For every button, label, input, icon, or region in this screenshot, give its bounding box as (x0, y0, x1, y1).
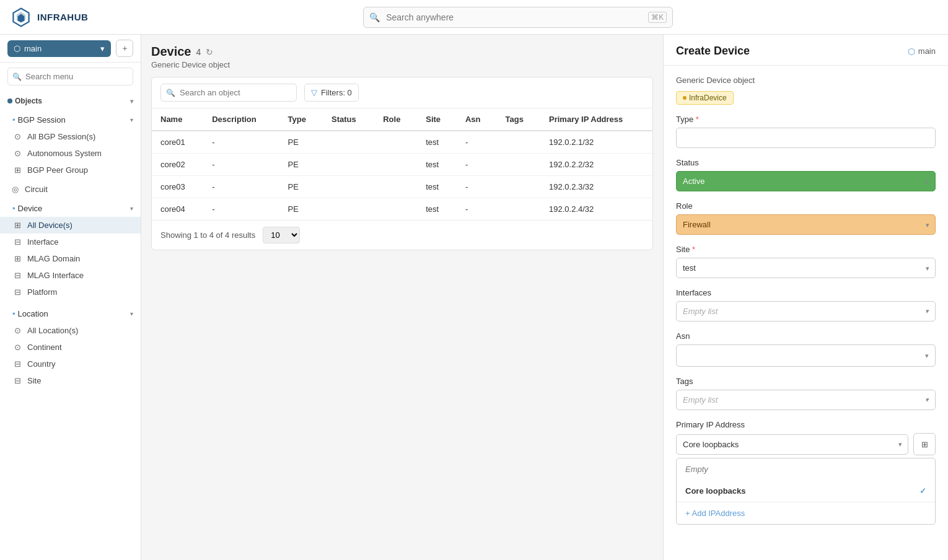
col-primary-ip: Primary IP Address (540, 108, 652, 131)
table-cell: test (417, 176, 457, 198)
all-devices-label: All Device(s) (27, 221, 72, 230)
sidebar-item-mlag-interface[interactable]: ⊟ MLAG Interface (0, 267, 141, 284)
autonomous-system-label: Autonomous System (27, 149, 102, 158)
grid-icon: ⊞ (921, 440, 928, 449)
sidebar-item-site[interactable]: ⊟ Site (0, 372, 141, 389)
table-cell: core04 (152, 198, 203, 221)
location-header[interactable]: •Location ▾ (0, 305, 141, 322)
mlag-domain-label: MLAG Domain (27, 254, 80, 263)
table-search-input[interactable] (160, 84, 297, 102)
col-type: Type (279, 108, 323, 131)
sidebar-add-button[interactable]: ＋ (116, 40, 133, 57)
site-select[interactable]: test (676, 258, 936, 278)
table-toolbar: 🔍 ▽ Filters: 0 (152, 77, 652, 108)
col-description: Description (203, 108, 279, 131)
table-cell: - (457, 176, 497, 198)
form-group-role: Role Firewall Router Switch ▾ (676, 201, 936, 235)
filter-label: Filters: 0 (321, 88, 352, 97)
table-row[interactable]: core04-PEtest-192.0.2.4/32 (152, 198, 652, 221)
primary-ip-label: Primary IP Address (676, 420, 936, 429)
table-row[interactable]: core03-PEtest-192.0.2.3/32 (152, 176, 652, 198)
badge-dot (683, 96, 687, 100)
device-header[interactable]: •Device ▾ (0, 200, 141, 217)
primary-ip-grid-button[interactable]: ⊞ (913, 433, 936, 455)
badge-label: InfraDevice (689, 94, 727, 102)
primary-ip-select[interactable]: Core loopbacks Empty (676, 434, 908, 455)
sidebar-item-all-devices[interactable]: ⊞ All Device(s) (0, 217, 141, 234)
status-select[interactable]: Active Inactive (676, 171, 936, 191)
panel-branch: ⬡ main (908, 46, 936, 56)
mlag-interface-icon: ⊟ (12, 271, 22, 280)
table-footer: Showing 1 to 4 of 4 results 10 25 50 100 (152, 220, 652, 250)
page-header: Device 4 ↻ Generic Device object (151, 45, 653, 69)
table-cell (374, 198, 417, 221)
form-group-tags: Tags Empty list ▾ (676, 377, 936, 410)
sidebar-item-platform[interactable]: ⊟ Platform (0, 284, 141, 300)
table-cell (374, 154, 417, 176)
tags-select[interactable]: Empty list ▾ (676, 390, 936, 410)
sidebar-header: ⬡ main ▾ ＋ (0, 35, 141, 63)
section-objects-header[interactable]: Objects ▾ (0, 93, 141, 109)
platform-icon: ⊟ (12, 287, 22, 297)
sidebar-item-bgp-peer-group[interactable]: ⊞ BGP Peer Group (0, 162, 141, 178)
table-cell: 192.0.2.4/32 (540, 198, 652, 221)
type-required: * (696, 115, 699, 124)
dropdown-option-empty[interactable]: Empty (677, 458, 935, 480)
table-cell: - (203, 176, 279, 198)
sidebar-item-interface[interactable]: ⊟ Interface (0, 234, 141, 250)
tags-label: Tags (676, 377, 936, 386)
filter-icon: ▽ (311, 88, 317, 97)
sidebar-item-continent[interactable]: ⊙ Continent (0, 339, 141, 356)
sidebar-item-mlag-domain[interactable]: ⊞ MLAG Domain (0, 250, 141, 267)
table-cell: - (203, 154, 279, 176)
site-required: * (692, 245, 695, 254)
subsection-bgp: •BGP Session ▾ ⊙ All BGP Session(s) ⊙ Au… (0, 109, 141, 181)
type-label: Type * (676, 115, 936, 124)
ip-row: Core loopbacks Empty ▾ ⊞ (676, 433, 936, 455)
all-bgp-label: All BGP Session(s) (27, 132, 95, 141)
table-cell: PE (279, 154, 323, 176)
refresh-icon[interactable]: ↻ (206, 47, 213, 57)
primary-ip-dropdown: Empty Core loopbacks ✓ + Add IPAddress (676, 458, 936, 525)
sidebar-item-all-bgp[interactable]: ⊙ All BGP Session(s) (0, 128, 141, 145)
col-name: Name (152, 108, 203, 131)
site-icon: ⊟ (12, 376, 22, 385)
asn-select[interactable]: ▾ (676, 344, 936, 367)
dropdown-option-core-loopbacks[interactable]: Core loopbacks ✓ (677, 480, 935, 502)
sidebar-item-autonomous-system[interactable]: ⊙ Autonomous System (0, 145, 141, 162)
section-objects-chevron: ▾ (130, 98, 133, 105)
bgp-session-header[interactable]: •BGP Session ▾ (0, 112, 141, 128)
table-cell: 192.0.2.3/32 (540, 176, 652, 198)
per-page-select[interactable]: 10 25 50 100 (263, 227, 300, 243)
table-cell: - (457, 198, 497, 221)
interfaces-chevron: ▾ (925, 307, 929, 315)
form-group-status: Status Active Inactive ▾ (676, 158, 936, 191)
branch-button[interactable]: ⬡ main ▾ (7, 40, 111, 57)
table-row[interactable]: core01-PEtest-192.0.2.1/32 (152, 131, 652, 154)
table-cell: - (457, 131, 497, 154)
type-input[interactable] (676, 128, 936, 148)
col-tags: Tags (497, 108, 541, 131)
table-cell (497, 198, 541, 221)
interfaces-label: Interfaces (676, 288, 936, 297)
table-cell (323, 154, 374, 176)
asn-chevron: ▾ (925, 352, 929, 360)
filter-button[interactable]: ▽ Filters: 0 (304, 84, 359, 102)
search-input[interactable] (363, 7, 673, 28)
sidebar-search-input[interactable] (7, 68, 133, 85)
global-search: 🔍 ⌘K (363, 7, 673, 28)
section-objects: Objects ▾ •BGP Session ▾ ⊙ All BGP Sessi… (0, 90, 141, 394)
table-search-wrap: 🔍 (160, 84, 297, 102)
sidebar: ⬡ main ▾ ＋ 🔍 Objects ▾ •BGP Session ▾ (0, 35, 141, 560)
interfaces-select[interactable]: Empty list ▾ (676, 301, 936, 322)
site-label: Site * (676, 245, 936, 254)
role-select[interactable]: Firewall Router Switch (676, 214, 936, 235)
table-row[interactable]: core02-PEtest-192.0.2.2/32 (152, 154, 652, 176)
right-panel: Create Device ⬡ main Generic Device obje… (663, 35, 948, 560)
location-chevron: ▾ (130, 310, 133, 317)
table-header-row: Name Description Type Status Role Site A… (152, 108, 652, 131)
sidebar-item-all-locations[interactable]: ⊙ All Location(s) (0, 322, 141, 339)
dropdown-add-ip[interactable]: + Add IPAddress (677, 502, 935, 524)
sidebar-item-country[interactable]: ⊟ Country (0, 356, 141, 372)
sidebar-item-circuit[interactable]: ◎ Circuit (0, 181, 141, 198)
